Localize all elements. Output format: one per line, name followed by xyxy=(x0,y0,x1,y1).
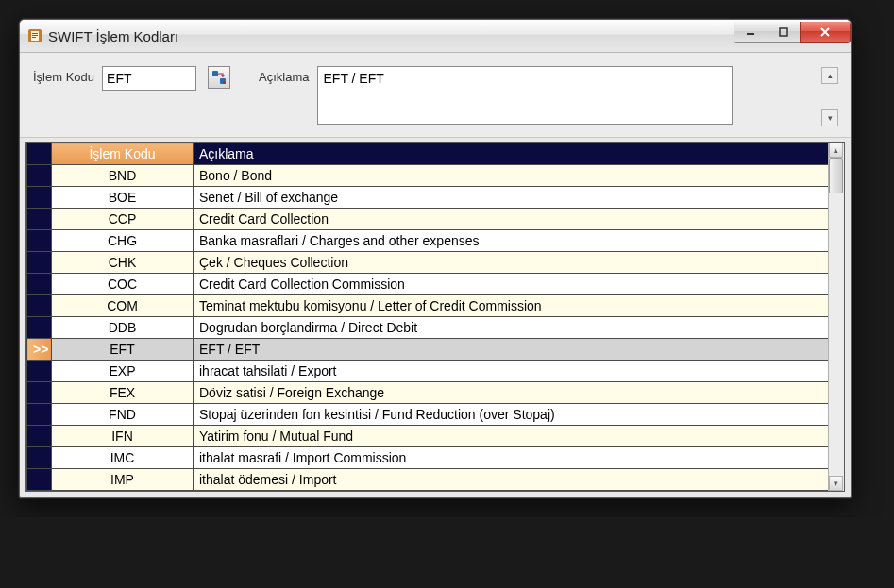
cell-desc[interactable]: Credit Card Collection xyxy=(194,209,829,230)
scroll-thumb[interactable] xyxy=(829,158,843,193)
islem-kodu-input[interactable] xyxy=(103,68,195,89)
svg-rect-2 xyxy=(32,33,38,34)
cell-desc[interactable]: Bono / Bond xyxy=(194,165,829,187)
maximize-button[interactable] xyxy=(767,22,801,43)
data-grid[interactable]: İşlem Kodu Açıklama BNDBono / BondBOESen… xyxy=(26,143,829,491)
svg-rect-3 xyxy=(32,35,38,36)
cell-desc[interactable]: Çek / Cheques Collection xyxy=(194,252,829,274)
cell-code[interactable]: FEX xyxy=(52,382,194,404)
grid-header-islem-kodu[interactable]: İşlem Kodu xyxy=(52,143,194,165)
cell-code[interactable]: CCP xyxy=(52,209,194,230)
svg-rect-5 xyxy=(747,33,754,35)
cell-code[interactable]: DDB xyxy=(52,317,194,339)
cell-desc[interactable]: ihracat tahsilati / Export xyxy=(194,361,829,382)
cell-code[interactable]: IFN xyxy=(52,426,194,447)
table-row[interactable]: CCPCredit Card Collection xyxy=(27,209,829,230)
cell-code[interactable]: COM xyxy=(52,295,194,317)
window-title: SWIFT İşlem Kodları xyxy=(48,28,734,44)
row-marker[interactable] xyxy=(27,361,52,382)
app-icon xyxy=(27,28,42,43)
row-marker[interactable] xyxy=(27,187,52,209)
titlebar[interactable]: SWIFT İşlem Kodları xyxy=(20,20,851,53)
cell-desc[interactable]: EFT / EFT xyxy=(194,339,829,361)
svg-rect-9 xyxy=(223,81,226,84)
table-row[interactable]: >>EFTEFT / EFT xyxy=(27,339,829,361)
table-row[interactable]: BOESenet / Bill of exchange xyxy=(27,187,829,209)
row-marker[interactable] xyxy=(27,317,52,339)
table-row[interactable]: IMCithalat masrafi / Import Commission xyxy=(27,447,829,469)
cell-code[interactable]: IMC xyxy=(52,447,194,469)
svg-rect-6 xyxy=(780,28,787,36)
scroll-up-icon[interactable]: ▴ xyxy=(829,143,843,158)
cell-desc[interactable]: Senet / Bill of exchange xyxy=(194,187,829,209)
cell-code[interactable]: BOE xyxy=(52,187,194,209)
cell-desc[interactable]: Teminat mektubu komisyonu / Letter of Cr… xyxy=(194,295,829,317)
grid-header-marker xyxy=(27,143,52,165)
islem-kodu-label: İşlem Kodu xyxy=(33,66,94,84)
aciklama-textarea[interactable] xyxy=(317,66,733,125)
row-marker[interactable] xyxy=(27,274,52,295)
row-marker[interactable] xyxy=(27,295,52,317)
cell-desc[interactable]: Credit Card Collection Commission xyxy=(194,274,829,295)
table-row[interactable]: FNDStopaj üzerinden fon kesintisi / Fund… xyxy=(27,404,829,426)
cell-code[interactable]: EXP xyxy=(52,361,194,382)
cell-code[interactable]: CHK xyxy=(52,252,194,274)
table-row[interactable]: CHGBanka masraflari / Charges and other … xyxy=(27,230,829,252)
svg-rect-7 xyxy=(212,71,218,76)
islem-kodu-input-wrap xyxy=(102,66,196,91)
scroll-up-icon[interactable]: ▴ xyxy=(821,67,838,84)
table-row[interactable]: DDBDogrudan borçlandirma / Direct Debit xyxy=(27,317,829,339)
scroll-down-icon[interactable]: ▾ xyxy=(821,109,838,126)
table-row[interactable]: EXPihracat tahsilati / Export xyxy=(27,361,829,382)
table-row[interactable]: FEXDöviz satisi / Foreign Exchange xyxy=(27,382,829,404)
cell-code[interactable]: EFT xyxy=(52,339,194,361)
cell-desc[interactable]: ithalat ödemesi / Import xyxy=(194,469,829,491)
cell-desc[interactable]: ithalat masrafi / Import Commission xyxy=(194,447,829,469)
grid-header-aciklama[interactable]: Açıklama xyxy=(194,143,829,165)
row-marker[interactable] xyxy=(27,447,52,469)
window-controls xyxy=(734,22,851,42)
svg-rect-4 xyxy=(32,37,36,38)
row-marker[interactable] xyxy=(27,426,52,447)
row-marker[interactable] xyxy=(27,230,52,252)
lookup-button[interactable] xyxy=(208,66,230,89)
cell-code[interactable]: CHG xyxy=(52,230,194,252)
table-row[interactable]: COCCredit Card Collection Commission xyxy=(27,274,829,295)
row-marker[interactable] xyxy=(27,209,52,230)
cell-desc[interactable]: Stopaj üzerinden fon kesintisi / Fund Re… xyxy=(194,404,829,426)
cell-code[interactable]: BND xyxy=(52,165,194,187)
window: SWIFT İşlem Kodları İşlem Kodu xyxy=(19,19,852,498)
cell-desc[interactable]: Yatirim fonu / Mutual Fund xyxy=(194,426,829,447)
cell-code[interactable]: COC xyxy=(52,274,194,295)
cell-desc[interactable]: Banka masraflari / Charges and other exp… xyxy=(194,230,829,252)
table-row[interactable]: IFNYatirim fonu / Mutual Fund xyxy=(27,426,829,447)
grid-scrollbar[interactable]: ▴ ▾ xyxy=(828,143,844,491)
cell-desc[interactable]: Döviz satisi / Foreign Exchange xyxy=(194,382,829,404)
row-marker[interactable] xyxy=(27,469,52,491)
table-row[interactable]: COMTeminat mektubu komisyonu / Letter of… xyxy=(27,295,829,317)
aciklama-label: Açıklama xyxy=(259,66,309,84)
table-row[interactable]: BNDBono / Bond xyxy=(27,165,829,187)
cell-desc[interactable]: Dogrudan borçlandirma / Direct Debit xyxy=(194,317,829,339)
close-button[interactable] xyxy=(800,22,851,43)
aciklama-wrap: ▴ ▾ xyxy=(317,66,837,127)
grid-header-row: İşlem Kodu Açıklama xyxy=(27,143,829,165)
cell-code[interactable]: FND xyxy=(52,404,194,426)
grid-wrap: İşlem Kodu Açıklama BNDBono / BondBOESen… xyxy=(25,142,845,492)
row-marker[interactable] xyxy=(27,404,52,426)
table-row[interactable]: CHKÇek / Cheques Collection xyxy=(27,252,829,274)
form-area: İşlem Kodu Açıklama ▴ ▾ xyxy=(20,53,851,138)
table-row[interactable]: IMPithalat ödemesi / Import xyxy=(27,469,829,491)
cell-code[interactable]: IMP xyxy=(52,469,194,491)
textarea-scrollbar[interactable]: ▴ ▾ xyxy=(821,67,836,126)
row-marker[interactable] xyxy=(27,382,52,404)
minimize-button[interactable] xyxy=(734,22,767,43)
row-marker[interactable]: >> xyxy=(27,339,52,361)
scroll-down-icon[interactable]: ▾ xyxy=(829,476,843,491)
row-marker[interactable] xyxy=(27,165,52,187)
row-marker[interactable] xyxy=(27,252,52,274)
